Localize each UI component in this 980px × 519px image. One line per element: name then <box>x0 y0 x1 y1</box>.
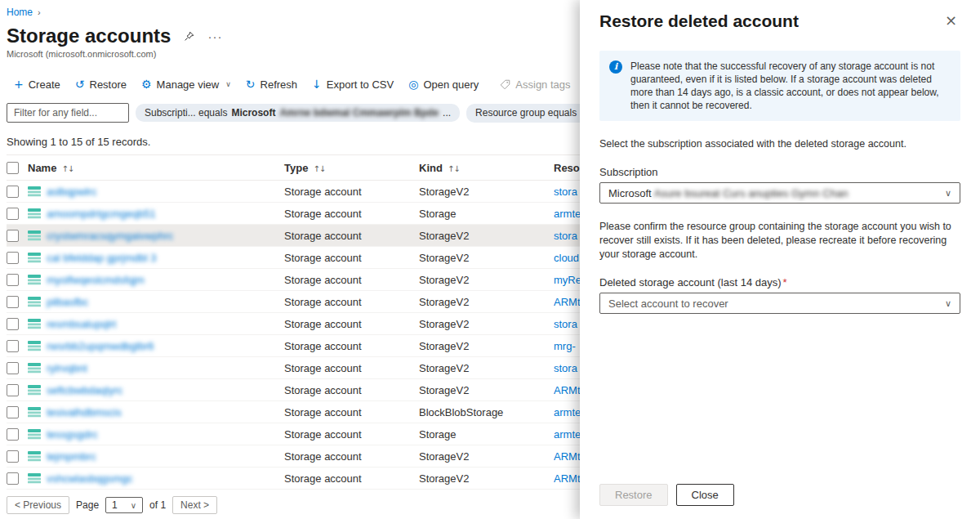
storage-account-icon <box>28 384 41 396</box>
row-checkbox[interactable] <box>7 384 19 396</box>
refresh-button[interactable]: ↻ Refresh <box>238 70 305 98</box>
storage-account-icon <box>28 296 41 307</box>
storage-account-link[interactable]: crystwmracsqymgaivwphrc <box>47 230 173 242</box>
storage-account-link[interactable]: pilbasfbc <box>47 296 88 308</box>
row-checkbox[interactable] <box>7 274 19 286</box>
resource-group-link[interactable]: stora <box>554 362 577 374</box>
storage-account-link[interactable]: tesivalhdbmscis <box>47 406 122 418</box>
table-row[interactable]: tesivalhdbmscis Storage account BlockBlo… <box>7 401 580 423</box>
pin-icon[interactable] <box>184 31 194 42</box>
table-row[interactable]: cal bfelddap gprjmdbl 3 Storage account … <box>7 247 580 269</box>
create-button[interactable]: + Create <box>7 70 68 98</box>
records-summary: Showing 1 to 15 of 15 records. <box>7 136 580 148</box>
storage-account-link[interactable]: myolfwqeslcmdsfqjm <box>47 274 145 286</box>
resource-group-link[interactable]: myRe <box>554 274 580 286</box>
more-options-icon[interactable]: ··· <box>207 29 222 43</box>
column-header-kind[interactable]: Kind↑↓ <box>419 155 554 181</box>
table-row[interactable]: tejmpmbrc Storage account StorageV2 ARMt <box>7 445 580 468</box>
storage-account-icon <box>28 318 41 329</box>
row-checkbox[interactable] <box>7 428 19 441</box>
breadcrumb-home-link[interactable]: Home <box>7 7 33 18</box>
row-checkbox[interactable] <box>7 362 19 374</box>
filter-input[interactable] <box>7 103 129 123</box>
manage-view-button[interactable]: ⚙ Manage view ∨ <box>134 70 238 98</box>
column-header-type[interactable]: Type↑↓ <box>284 155 419 181</box>
row-checkbox[interactable] <box>7 186 19 198</box>
tag-icon <box>500 79 510 90</box>
table-row[interactable]: rwsrbb2upqmwdbglbr6 Storage account Stor… <box>7 335 580 357</box>
storage-account-link[interactable]: resmbsalupqlrt <box>47 318 116 330</box>
resource-group-link[interactable]: stora <box>554 230 577 242</box>
table-row[interactable]: rylrvqbnt Storage account StorageV2 stor… <box>7 357 580 379</box>
restore-toolbar-button[interactable]: ↺ Restore <box>68 70 134 98</box>
resource-group-link[interactable]: armte <box>554 208 580 220</box>
column-header-resource-group[interactable]: Resou <box>554 155 580 181</box>
row-kind: StorageV2 <box>419 357 554 379</box>
storage-accounts-table: Name↑↓ Type↑↓ Kind↑↓ Resou aslbqpwlrc <box>7 154 580 490</box>
storage-account-link[interactable]: amoompdrtgcmgeqb51 <box>47 208 156 220</box>
table-row[interactable]: amoompdrtgcmgeqb51 Storage account Stora… <box>7 203 580 225</box>
storage-account-link[interactable]: aslbqpwlrc <box>47 186 96 198</box>
row-type: Storage account <box>284 357 419 379</box>
storage-account-link[interactable]: vshcwlasbqgsmgc <box>47 472 133 485</box>
row-type: Storage account <box>284 247 419 269</box>
close-panel-icon[interactable]: × <box>942 11 960 29</box>
column-header-name[interactable]: Name↑↓ <box>28 155 284 181</box>
table-row[interactable]: vshcwlasbqgsmgc Storage account StorageV… <box>7 468 580 490</box>
table-row[interactable]: seftcbwbdaqlyrc Storage account StorageV… <box>7 379 580 401</box>
row-kind: StorageV2 <box>419 181 554 203</box>
storage-account-link[interactable]: rwsrbb2upqmwdbglbr6 <box>47 340 154 352</box>
storage-account-link[interactable]: rylrvqbnt <box>47 362 87 374</box>
resource-group-link[interactable]: ARMt <box>554 472 580 485</box>
table-row[interactable]: pilbasfbc Storage account StorageV2 ARMt <box>7 291 580 313</box>
row-checkbox[interactable] <box>7 450 19 463</box>
row-checkbox[interactable] <box>7 208 19 220</box>
table-row[interactable]: crystwmracsqymgaivwphrc Storage account … <box>7 225 580 247</box>
row-checkbox[interactable] <box>7 230 19 242</box>
resource-group-link[interactable]: cloud <box>554 252 579 264</box>
row-checkbox[interactable] <box>7 340 19 352</box>
row-checkbox[interactable] <box>7 406 19 418</box>
resource-group-link[interactable]: armte <box>554 428 580 441</box>
resource-group-link[interactable]: ARMt <box>554 296 580 308</box>
resource-group-filter-pill[interactable]: Resource group equals all × <box>466 104 580 123</box>
info-text: Please note that the successful recovery… <box>630 60 951 112</box>
resource-group-link[interactable]: stora <box>554 186 577 198</box>
storage-account-link[interactable]: tejmpmbrc <box>47 450 96 463</box>
open-query-icon: ◎ <box>408 78 418 90</box>
subscription-filter-pill[interactable]: Subscripti... equals Microsoft Amrne bdw… <box>136 104 460 122</box>
storage-account-link[interactable]: tessgsgdrc <box>47 428 98 441</box>
chevron-down-icon: ∨ <box>945 298 951 309</box>
resource-group-link[interactable]: ARMt <box>554 384 580 396</box>
resource-group-link[interactable]: armte <box>554 406 580 418</box>
resource-group-link[interactable]: stora <box>554 318 577 330</box>
resource-group-link[interactable]: ARMt <box>554 450 580 463</box>
export-csv-label: Export to CSV <box>327 78 394 91</box>
row-checkbox[interactable] <box>7 296 19 308</box>
assign-tags-button[interactable]: Assign tags <box>492 70 577 98</box>
restore-button[interactable]: Restore <box>599 484 668 506</box>
storage-account-link[interactable]: cal bfelddap gprjmdbl 3 <box>47 252 156 264</box>
select-all-checkbox[interactable] <box>7 162 19 174</box>
previous-page-button[interactable]: < Previous <box>7 496 69 514</box>
storage-account-link[interactable]: seftcbwbdaqlyrc <box>47 384 122 396</box>
page-label: Page <box>76 499 99 511</box>
next-page-button[interactable]: Next > <box>172 496 217 514</box>
table-row[interactable]: aslbqpwlrc Storage account StorageV2 sto… <box>7 181 580 203</box>
row-checkbox[interactable] <box>7 472 19 485</box>
page-select[interactable]: 1 ∨ <box>105 497 143 513</box>
resource-group-link[interactable]: mrg- <box>554 340 576 352</box>
open-query-button[interactable]: ◎ Open query <box>401 70 486 98</box>
info-message: i Please note that the successful recove… <box>599 51 960 121</box>
table-row[interactable]: tessgsgdrc Storage account Storage armte <box>7 423 580 445</box>
row-kind: StorageV2 <box>419 225 554 247</box>
export-csv-button[interactable]: ↓ Export to CSV <box>305 70 401 98</box>
row-type: Storage account <box>284 335 419 357</box>
table-row[interactable]: resmbsalupqlrt Storage account StorageV2… <box>7 313 580 335</box>
table-row[interactable]: myolfwqeslcmdsfqjm Storage account Stora… <box>7 269 580 291</box>
row-checkbox[interactable] <box>7 252 19 264</box>
subscription-select[interactable]: Microsoft Asure bsureat Curs anupties Gy… <box>599 182 960 204</box>
row-checkbox[interactable] <box>7 318 19 330</box>
close-button[interactable]: Close <box>676 484 734 506</box>
deleted-account-select[interactable]: Select account to recover ∨ <box>599 293 960 314</box>
